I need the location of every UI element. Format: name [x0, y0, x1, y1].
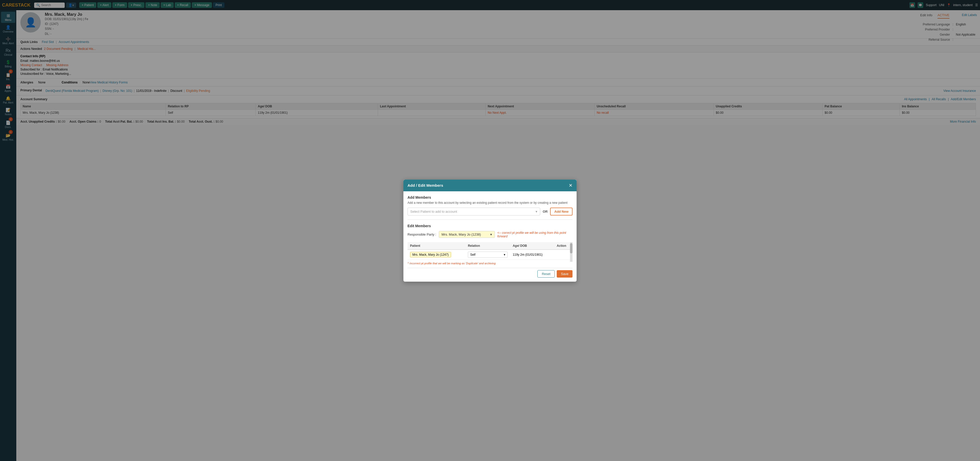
modal-footer: Reset Save — [407, 268, 573, 277]
modal-close-button[interactable]: ✕ — [569, 183, 573, 188]
responsible-party-label: Responsible Party : — [407, 233, 436, 236]
add-new-button[interactable]: Add New — [550, 208, 573, 215]
select-patient-placeholder: Select Patient to add to account — [410, 210, 457, 214]
member-patient-name: Mrs. Mack, Mary Jo (1247) — [407, 250, 465, 260]
save-button[interactable]: Save — [557, 270, 573, 277]
modal-overlay: Add / Edit Members ✕ Add Members Add a n… — [0, 0, 980, 461]
relation-select[interactable]: Self ▾ — [468, 252, 508, 258]
member-col-relation: Relation — [465, 242, 510, 250]
patient-tag: Mrs. Mack, Mary Jo (1247) — [410, 252, 451, 257]
relation-value: Self — [470, 253, 476, 257]
dropdown-chevron-icon: ▾ — [536, 210, 538, 214]
incorrect-note: ^ incorrect pt profile that we will be m… — [407, 262, 573, 265]
member-table-row: Mrs. Mack, Mary Jo (1247) Self ▾ 119y 2m… — [407, 250, 573, 260]
reset-button[interactable]: Reset — [538, 270, 555, 277]
responsible-party-select[interactable]: Mrs. Mack, Mary Jo (1238) ▾ — [439, 231, 495, 238]
modal-header: Add / Edit Members ✕ — [403, 180, 577, 191]
member-col-patient: Patient — [407, 242, 465, 250]
add-members-title: Add Members — [407, 195, 573, 200]
add-edit-members-modal: Add / Edit Members ✕ Add Members Add a n… — [403, 180, 577, 282]
modal-body: Add Members Add a new member to this acc… — [403, 191, 577, 282]
member-col-agedob: Age/ DOB — [510, 242, 554, 250]
responsible-party-row: Responsible Party : Mrs. Mack, Mary Jo (… — [407, 231, 573, 238]
add-members-description: Add a new member to this account by sele… — [407, 201, 573, 204]
member-agedob: 119y 2m (01/01/1901) — [510, 250, 554, 260]
members-table: Patient Relation Age/ DOB Action Mrs. Ma… — [407, 242, 573, 260]
select-patient-dropdown[interactable]: Select Patient to add to account ▾ — [407, 208, 540, 215]
member-relation: Self ▾ — [465, 250, 510, 260]
or-label: OR — [543, 210, 548, 214]
edit-members-title: Edit Members — [407, 224, 573, 228]
modal-title: Add / Edit Members — [407, 183, 443, 187]
relation-chevron-icon: ▾ — [504, 253, 505, 257]
responsible-party-note: <-- correct pt profile we will be using … — [497, 231, 573, 238]
responsible-party-value: Mrs. Mack, Mary Jo (1238) — [442, 233, 481, 236]
rp-chevron-icon: ▾ — [490, 233, 492, 236]
add-member-row: Select Patient to add to account ▾ OR Ad… — [407, 208, 573, 215]
